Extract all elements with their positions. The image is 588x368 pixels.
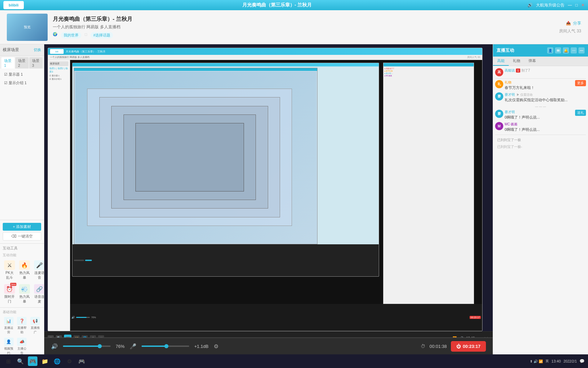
pk-icon: ⚔ [4, 260, 15, 270]
tool-hot-wind[interactable]: 💨 热力风暴 [18, 283, 31, 305]
msg-text-4: 0啊哦了！声明么说... [505, 115, 574, 120]
inner-header: bili 月光奏鸣曲（第三乐章）- 兰秋月 [48, 48, 482, 55]
avatar-3: 赛 [495, 92, 503, 101]
tag-separator: □ [85, 32, 87, 39]
taskbar-game[interactable]: 🎮 [77, 356, 86, 366]
share-row: 📤 分享 [566, 20, 581, 26]
mgmt-help[interactable]: ❓ 直播帮助 [16, 316, 28, 336]
chat-minimize-icon[interactable]: — [578, 47, 585, 53]
main-gain-slider[interactable] [142, 346, 189, 347]
inner-scene: 横屏场景 [49, 61, 68, 66]
avatar-4: 赛 [495, 110, 503, 118]
announcement-text[interactable]: 大航海升级公告 [536, 2, 565, 8]
msg-content-5: MC·酱酱 0啊哦了！声明么说... [505, 122, 586, 132]
interactive-tools-title: 互动工具 [3, 246, 41, 251]
chat-tab-danmu[interactable]: 弹幕 [524, 57, 540, 66]
chat-avatar-icon[interactable]: 👤 [547, 47, 553, 53]
anchor-icon: 👤 [4, 338, 14, 346]
reply-btn-4[interactable]: 送礼 [575, 110, 586, 116]
content-area: 横屏场景 切换 场景1 场景2 场景3 ☑ 显示器 1 ☑ 显示介绍 1 + 添… [0, 44, 588, 358]
l2-slider [74, 260, 84, 261]
chat-bell-icon[interactable]: 🔔 [563, 47, 569, 53]
main-gain-fill [142, 346, 165, 347]
already-text2: 已到到宝了一极- [495, 144, 586, 150]
mgmt-notice[interactable]: 📣 主播公告 [16, 337, 28, 356]
name-text-1: 高能说 [505, 68, 515, 73]
source-display[interactable]: ☑ 显示介绍 1 [2, 79, 42, 87]
taskbar-folder[interactable]: 📁 [40, 356, 50, 366]
l3-header [74, 68, 317, 71]
msg-name-5: MC·酱酱 [505, 122, 586, 127]
mgmt-promote[interactable]: 📢 直播推广 [29, 316, 41, 336]
inner-title: 月光奏鸣曲（第三乐章）- 兰秋月 [66, 50, 105, 53]
inner-src2: ☑ 显示器 1 [49, 74, 68, 77]
tool-voice[interactable]: 🔗 语音连麦 [33, 283, 44, 305]
msg-content-1: 高能说 1 别了7 [505, 68, 586, 73]
sys-tray-icons: ⬆ 🔊 📶 [530, 359, 543, 363]
l2-header [72, 63, 379, 66]
mgmt-ops[interactable]: 📊 直播运营 [3, 316, 15, 336]
voice-label: 语音连麦 [34, 294, 44, 304]
share-text[interactable]: 分享 [573, 20, 581, 26]
chat-settings-icon[interactable]: ⋯ [571, 47, 577, 53]
main-eq-icon[interactable]: ⚙ [214, 343, 218, 350]
chat-tab-gift[interactable]: 礼物 [509, 57, 524, 66]
scene-tab-1[interactable]: 场景1 [1, 57, 15, 68]
outer-screenshot: bili 月光奏鸣曲（第三乐章）- 兰秋月 一个人的孤独旅行 网易版 多人直播档… [48, 48, 483, 331]
main-timer-area: ⏱ 00:01:38 ⏻ 00:23:17 [421, 341, 486, 352]
main-vol-icon: 🔊 [51, 343, 58, 350]
main-gain-val: +1.1dB [194, 344, 209, 349]
source-monitor[interactable]: ☑ 显示器 1 [2, 71, 42, 78]
notification-icon[interactable]: 💬 [579, 359, 585, 364]
chat-title: 直播互动 [496, 47, 514, 53]
add-material-btn[interactable]: + 添加素材 [3, 223, 41, 231]
main-live-btn[interactable]: ⏻ 00:23:17 [451, 341, 486, 352]
taskbar-settings[interactable]: ⚙ [65, 356, 74, 366]
scene-switch-btn[interactable]: 切换 [34, 47, 41, 52]
taskbar-search[interactable]: 🔍 [16, 356, 25, 366]
taskbar-win[interactable]: ⊞ [3, 356, 13, 366]
tool-timer[interactable]: ⏰ 限时开门 New [3, 283, 16, 305]
close-icon[interactable]: ✕ [581, 3, 585, 7]
tag-topic[interactable]: #选择话题 [91, 32, 113, 39]
ia-vol [76, 317, 90, 318]
voice-icon: 🔗 [34, 284, 44, 294]
taskbar-browser[interactable]: 🌐 [52, 356, 62, 366]
heat-icon: 🔥 [19, 260, 30, 270]
promote-label: 直播推广 [30, 326, 40, 335]
scene-tab-2[interactable]: 场景2 [15, 57, 29, 68]
tool-heat[interactable]: 🔥 热力风暴 [18, 259, 31, 281]
chat-tab-high[interactable]: 高能 [493, 57, 509, 66]
scene-tab-3[interactable]: 场景3 [29, 57, 43, 68]
chat-msg-1: 高 高能说 1 别了7 [495, 68, 586, 76]
maximize-icon[interactable]: □ [575, 3, 578, 7]
ic-content: ● 高能:别了7 ● 春节礼物 ● 赛才明: ... ● MC酱酱 [383, 66, 473, 78]
notice-icon: 📣 [17, 338, 27, 346]
main-gain-thumb[interactable] [164, 344, 168, 348]
chat-messages: 高 高能说 1 别了7 礼 [493, 66, 588, 358]
one-clear-btn[interactable]: ⌫ 一键清空 [3, 232, 41, 241]
badge-1: 1 [516, 68, 520, 73]
main-vol-thumb[interactable] [98, 344, 102, 348]
chat-mail-icon[interactable]: ✉ [555, 47, 561, 53]
viewer-count: 房间人气 33 [559, 28, 581, 34]
left-sidebar: 横屏场景 切换 场景1 场景2 场景3 ☑ 显示器 1 ☑ 显示介绍 1 + 添… [0, 44, 44, 358]
mgmt-anchor[interactable]: 👤 视频预约 [3, 337, 15, 356]
msg-name-4: 赛才明 [505, 110, 574, 114]
main-vol-slider[interactable] [63, 346, 111, 347]
tool-pk[interactable]: ⚔ PK大乱斗 [3, 259, 16, 281]
tool-mic[interactable]: 🎤 连麦语音 [33, 259, 44, 281]
tag-world[interactable]: 我的世界 [61, 32, 81, 39]
kb-lang: 英 [545, 359, 549, 364]
main-mic-icon: 🎤 [130, 343, 136, 350]
taskbar-bili[interactable]: 🎮 [28, 356, 37, 366]
pk-label: PK大乱斗 [4, 271, 15, 280]
world-icon: 🌍 [53, 32, 58, 39]
mic-conn-icon: 🎤 [34, 260, 44, 270]
gift-btn-2[interactable]: 更多 [575, 80, 586, 86]
msg-name-1: 高能说 1 别了7 [505, 68, 586, 73]
help-label: 直播帮助 [17, 326, 27, 335]
minimize-icon[interactable]: — [568, 3, 572, 7]
tools-grid: ⚔ PK大乱斗 🔥 热力风暴 🎤 连麦语音 ⏰ [3, 259, 41, 305]
msg-content-4: 赛才明 0啊哦了！声明么说... [505, 110, 574, 120]
